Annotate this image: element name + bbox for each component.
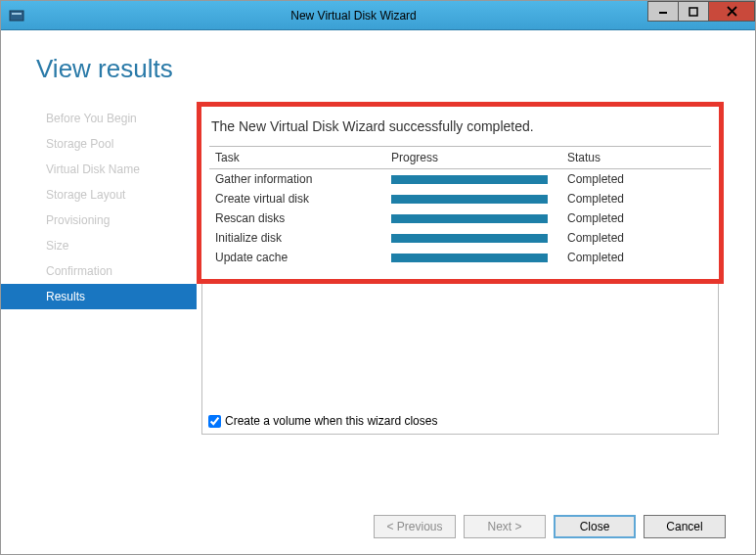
next-button: Next >: [464, 515, 546, 538]
status-cell: Completed: [561, 169, 711, 190]
progress-bar: [391, 214, 548, 223]
maximize-button[interactable]: [678, 1, 709, 22]
svg-rect-3: [689, 8, 697, 16]
nav-storage-pool: Storage Pool: [1, 131, 197, 157]
close-button[interactable]: Close: [554, 515, 636, 538]
task-cell: Rescan disks: [209, 208, 385, 228]
task-cell: Create virtual disk: [209, 189, 385, 208]
previous-button: < Previous: [374, 515, 456, 538]
results-table: Task Progress Status Gather information …: [209, 146, 711, 267]
table-row: Gather information Completed: [209, 169, 711, 190]
nav-storage-layout: Storage Layout: [1, 182, 197, 208]
progress-bar: [391, 195, 548, 204]
nav-size: Size: [1, 233, 197, 258]
result-message: The New Virtual Disk Wizard successfully…: [211, 118, 709, 134]
window-controls: [648, 1, 755, 22]
svg-rect-2: [659, 12, 667, 14]
nav-confirmation: Confirmation: [1, 258, 197, 284]
status-cell: Completed: [561, 208, 711, 228]
lower-panel: Create a volume when this wizard closes: [201, 284, 719, 435]
minimize-button[interactable]: [647, 1, 679, 22]
progress-bar: [391, 234, 548, 243]
wizard-nav: Before You Begin Storage Pool Virtual Di…: [1, 102, 197, 499]
nav-virtual-disk-name: Virtual Disk Name: [1, 157, 197, 182]
table-row: Rescan disks Completed: [209, 208, 711, 228]
status-cell: Completed: [561, 189, 711, 208]
close-window-button[interactable]: [708, 1, 755, 22]
table-row: Update cache Completed: [209, 248, 711, 267]
task-cell: Update cache: [209, 248, 385, 267]
col-status[interactable]: Status: [561, 147, 711, 169]
task-cell: Initialize disk: [209, 228, 385, 248]
create-volume-checkbox-row[interactable]: Create a volume when this wizard closes: [208, 414, 437, 428]
create-volume-checkbox[interactable]: [208, 415, 221, 428]
table-row: Create virtual disk Completed: [209, 189, 711, 208]
status-cell: Completed: [561, 228, 711, 248]
nav-provisioning: Provisioning: [1, 208, 197, 233]
wizard-footer: < Previous Next > Close Cancel: [1, 499, 755, 554]
nav-before-you-begin: Before You Begin: [1, 106, 197, 131]
progress-bar: [391, 254, 548, 262]
task-cell: Gather information: [209, 169, 385, 190]
create-volume-label: Create a volume when this wizard closes: [225, 414, 437, 428]
progress-bar: [391, 175, 548, 184]
col-task[interactable]: Task: [209, 147, 385, 169]
col-progress[interactable]: Progress: [385, 147, 561, 169]
table-row: Initialize disk Completed: [209, 228, 711, 248]
nav-results: Results: [1, 284, 197, 309]
main-panel: The New Virtual Disk Wizard successfully…: [197, 102, 755, 499]
cancel-button[interactable]: Cancel: [644, 515, 726, 538]
window-title: New Virtual Disk Wizard: [0, 9, 755, 23]
page-heading: View results: [1, 30, 755, 102]
status-cell: Completed: [561, 248, 711, 267]
results-highlight: The New Virtual Disk Wizard successfully…: [197, 102, 724, 284]
titlebar: New Virtual Disk Wizard: [1, 1, 755, 30]
